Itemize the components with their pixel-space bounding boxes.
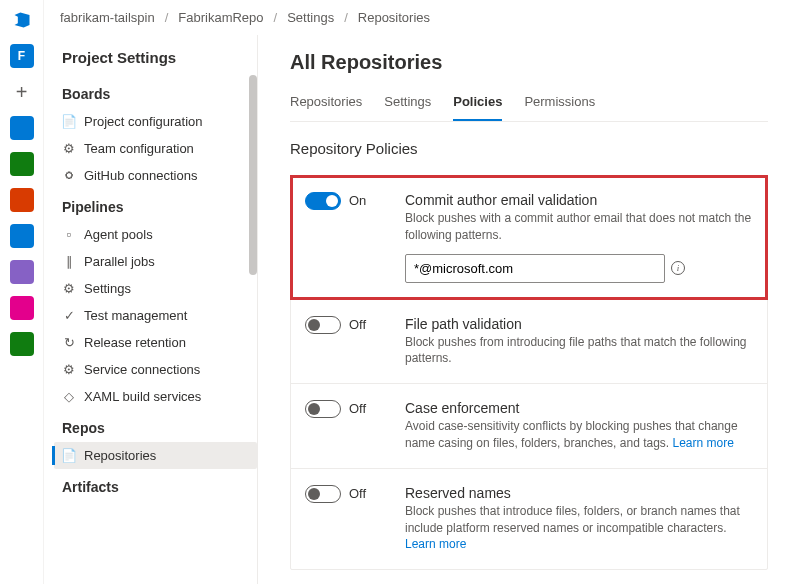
boards-icon[interactable] (10, 116, 34, 140)
toggle-state-label: Off (349, 400, 366, 416)
settings-item-xaml-build-services[interactable]: ◇XAML build services (54, 383, 257, 410)
item-label: Repositories (84, 448, 156, 463)
item-icon: 📄 (62, 448, 76, 463)
item-icon: ◇ (62, 389, 76, 404)
policy-title: Case enforcement (405, 400, 753, 416)
item-label: Project configuration (84, 114, 203, 129)
learn-more-link[interactable]: Learn more (673, 436, 734, 450)
policy-toggle[interactable] (305, 400, 341, 418)
settings-item-github-connections[interactable]: ⭘GitHub connections (54, 162, 257, 189)
repos-icon[interactable] (10, 188, 34, 212)
toggle-state-label: On (349, 192, 366, 208)
breadcrumb-org[interactable]: fabrikam-tailspin (60, 10, 155, 25)
policy-toggle[interactable] (305, 316, 341, 334)
page-title: All Repositories (290, 51, 768, 74)
tab-permissions[interactable]: Permissions (524, 88, 595, 121)
policy-title: Commit author email validation (405, 192, 753, 208)
settings-group-label: Pipelines (54, 189, 257, 221)
item-label: XAML build services (84, 389, 201, 404)
policy-toggle[interactable] (305, 485, 341, 503)
policy-row: OffFile path validationBlock pushes from… (291, 299, 767, 384)
project-settings-panel: Project Settings Boards📄Project configur… (44, 35, 258, 584)
item-label: Agent pools (84, 227, 153, 242)
policy-title: Reserved names (405, 485, 753, 501)
item-icon: ⚙ (62, 141, 76, 156)
item-label: Team configuration (84, 141, 194, 156)
item-label: Test management (84, 308, 187, 323)
item-label: Service connections (84, 362, 200, 377)
policy-description: Avoid case-sensitivity conflicts by bloc… (405, 418, 753, 452)
policy-list: OnCommit author email validationBlock pu… (290, 175, 768, 570)
breadcrumb-repo[interactable]: FabrikamRepo (178, 10, 263, 25)
tab-policies[interactable]: Policies (453, 88, 502, 121)
item-icon: ⚙ (62, 281, 76, 296)
email-pattern-input[interactable] (405, 254, 665, 283)
policy-description: Block pushes from introducing file paths… (405, 334, 753, 368)
content-tabs: RepositoriesSettingsPoliciesPermissions (290, 88, 768, 122)
breadcrumb: fabrikam-tailspin / FabrikamRepo / Setti… (44, 0, 800, 35)
settings-group-label: Boards (54, 76, 257, 108)
azure-devops-logo-icon[interactable] (10, 8, 34, 32)
project-settings-title: Project Settings (54, 45, 257, 76)
policy-description: Block pushes with a commit author email … (405, 210, 753, 244)
item-icon: ∥ (62, 254, 76, 269)
settings-item-project-configuration[interactable]: 📄Project configuration (54, 108, 257, 135)
item-icon: 📄 (62, 114, 76, 129)
artifacts-icon[interactable] (10, 296, 34, 320)
policy-toggle[interactable] (305, 192, 341, 210)
left-rail: F + (0, 0, 44, 584)
settings-item-agent-pools[interactable]: ▫Agent pools (54, 221, 257, 248)
item-label: GitHub connections (84, 168, 197, 183)
settings-item-team-configuration[interactable]: ⚙Team configuration (54, 135, 257, 162)
item-icon: ⚙ (62, 362, 76, 377)
learn-more-link[interactable]: Learn more (405, 537, 466, 551)
settings-item-settings[interactable]: ⚙Settings (54, 275, 257, 302)
lab-icon[interactable] (10, 260, 34, 284)
policy-row: OffReserved namesBlock pushes that intro… (291, 468, 767, 569)
breadcrumb-settings[interactable]: Settings (287, 10, 334, 25)
add-icon[interactable]: + (10, 80, 34, 104)
toggle-state-label: Off (349, 316, 366, 332)
section-title: Repository Policies (290, 140, 768, 157)
item-icon: ↻ (62, 335, 76, 350)
settings-item-release-retention[interactable]: ↻Release retention (54, 329, 257, 356)
policy-title: File path validation (405, 316, 753, 332)
project-icon[interactable]: F (10, 44, 34, 68)
settings-item-parallel-jobs[interactable]: ∥Parallel jobs (54, 248, 257, 275)
item-icon: ▫ (62, 227, 76, 242)
item-label: Settings (84, 281, 131, 296)
item-label: Parallel jobs (84, 254, 155, 269)
content-area: All Repositories RepositoriesSettingsPol… (258, 35, 800, 584)
shield-icon[interactable] (10, 332, 34, 356)
toggle-state-label: Off (349, 485, 366, 501)
item-label: Release retention (84, 335, 186, 350)
policy-row: OffCase enforcementAvoid case-sensitivit… (291, 383, 767, 468)
tab-settings[interactable]: Settings (384, 88, 431, 121)
settings-item-repositories[interactable]: 📄Repositories (54, 442, 257, 469)
pipelines-icon[interactable] (10, 224, 34, 248)
settings-group-label: Artifacts (54, 469, 257, 501)
breadcrumb-page[interactable]: Repositories (358, 10, 430, 25)
item-icon: ⭘ (62, 168, 76, 183)
scrollbar[interactable] (249, 75, 257, 275)
policy-row: OnCommit author email validationBlock pu… (291, 176, 767, 299)
testplans-icon[interactable] (10, 152, 34, 176)
item-icon: ✓ (62, 308, 76, 323)
tab-repositories[interactable]: Repositories (290, 88, 362, 121)
info-icon[interactable]: i (671, 261, 685, 275)
settings-group-label: Repos (54, 410, 257, 442)
policy-description: Block pushes that introduce files, folde… (405, 503, 753, 553)
settings-item-service-connections[interactable]: ⚙Service connections (54, 356, 257, 383)
settings-item-test-management[interactable]: ✓Test management (54, 302, 257, 329)
